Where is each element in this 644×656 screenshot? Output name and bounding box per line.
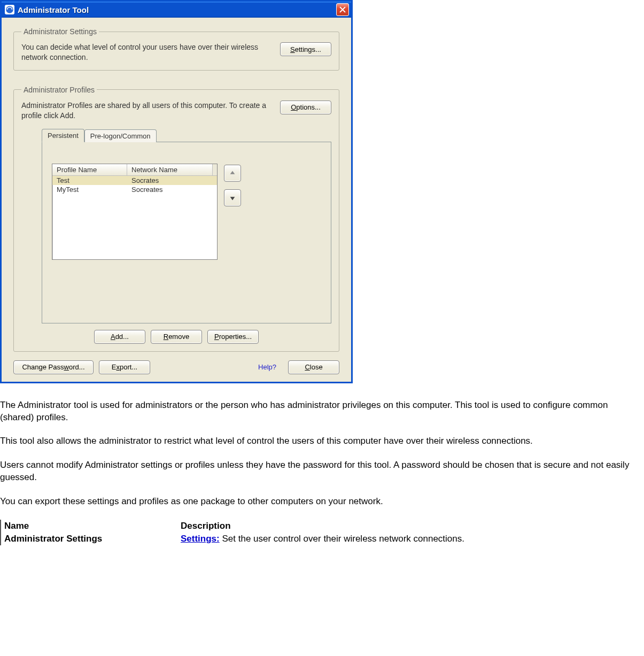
admin-profiles-group: Administrator Profiles Administrator Pro… xyxy=(13,86,339,352)
doc-table-header-desc: Description xyxy=(177,520,644,532)
admin-settings-group: Administrator Settings You can decide wh… xyxy=(13,27,339,71)
cell-profile-name: Test xyxy=(52,176,127,185)
listview-body: TestSocratesMyTestSocreates xyxy=(52,176,217,259)
help-link[interactable]: Help? xyxy=(258,363,276,371)
doc-row-desc-text: Set the user control over their wireless… xyxy=(220,534,464,544)
doc-paragraph: You can export these settings and profil… xyxy=(0,496,644,508)
admin-tool-window: Administrator Tool Administrator Setting… xyxy=(0,0,353,383)
doc-paragraph: Users cannot modify Administrator settin… xyxy=(0,459,644,484)
doc-paragraph: This tool also allows the administrator … xyxy=(0,435,644,447)
doc-settings-link[interactable]: Settings: xyxy=(181,534,220,544)
admin-profiles-text: Administrator Profiles are shared by all… xyxy=(21,101,271,121)
add-button[interactable]: Add... xyxy=(94,330,145,344)
list-item[interactable]: MyTestSocreates xyxy=(52,185,217,194)
listview-header: Profile Name Network Name xyxy=(52,164,217,176)
column-network-name[interactable]: Network Name xyxy=(127,164,213,175)
cell-network-name: Socreates xyxy=(127,185,213,194)
admin-settings-text: You can decide what level of control you… xyxy=(21,42,271,63)
app-icon xyxy=(5,5,14,14)
doc-paragraph: The Administrator tool is used for admin… xyxy=(0,399,644,424)
admin-profiles-legend: Administrator Profiles xyxy=(21,86,97,94)
window-body: Administrator Settings You can decide wh… xyxy=(2,18,351,382)
profiles-listview[interactable]: Profile Name Network Name TestSocratesMy… xyxy=(52,164,218,260)
titlebar: Administrator Tool xyxy=(2,2,351,18)
export-button[interactable]: Export... xyxy=(99,360,150,374)
tab-prelogon[interactable]: Pre-logon/Common xyxy=(84,129,157,142)
options-button[interactable]: Options... xyxy=(280,101,331,114)
move-up-button[interactable] xyxy=(224,165,241,182)
doc-table-row-name: Administrator Settings xyxy=(1,532,177,545)
cell-network-name: Socrates xyxy=(127,176,213,185)
column-profile-name[interactable]: Profile Name xyxy=(52,164,127,175)
remove-button[interactable]: Remove xyxy=(151,330,202,344)
doc-table-header-name: Name xyxy=(1,520,177,532)
tab-panel-persistent: Profile Name Network Name TestSocratesMy… xyxy=(42,142,331,323)
close-button[interactable]: Close xyxy=(288,360,339,374)
tabstrip: Persistent Pre-logon/Common xyxy=(42,128,331,142)
move-down-button[interactable] xyxy=(224,189,241,206)
cell-profile-name: MyTest xyxy=(52,185,127,194)
change-password-button[interactable]: Change Password... xyxy=(13,360,94,374)
settings-button[interactable]: Settings... xyxy=(280,42,331,56)
admin-settings-legend: Administrator Settings xyxy=(21,27,99,36)
list-item[interactable]: TestSocrates xyxy=(52,176,217,185)
doc-table-row-desc: Settings: Set the user control over thei… xyxy=(177,532,644,545)
doc-table: Name Description Administrator Settings … xyxy=(0,520,644,545)
tab-persistent[interactable]: Persistent xyxy=(42,129,84,142)
window-title: Administrator Tool xyxy=(18,5,336,14)
close-icon[interactable] xyxy=(336,3,349,16)
properties-button[interactable]: Properties... xyxy=(207,330,259,344)
documentation-text: The Administrator tool is used for admin… xyxy=(0,399,644,508)
